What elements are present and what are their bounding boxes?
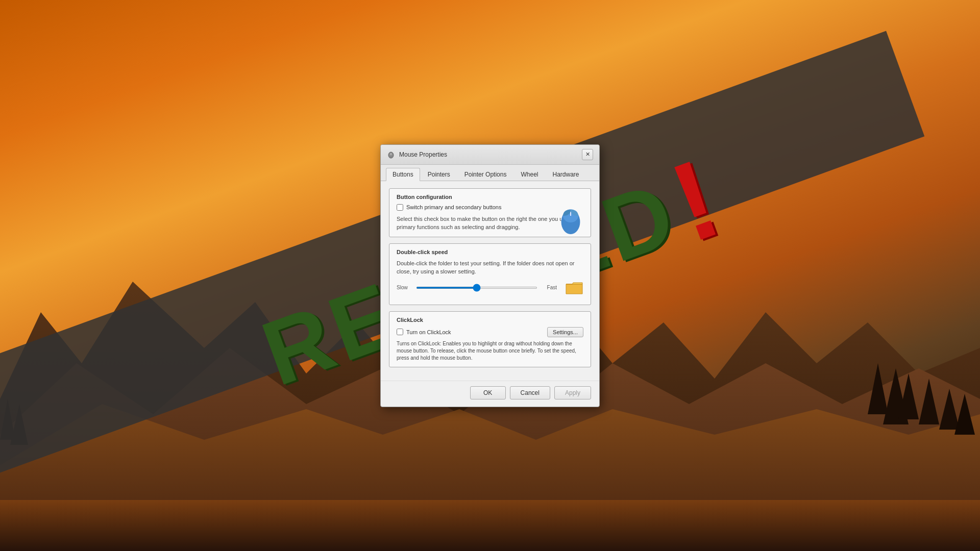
clicklock-checkbox[interactable] — [397, 329, 403, 335]
tab-pointers[interactable]: Pointers — [421, 168, 457, 181]
clicklock-description: Turns on ClickLock: Enables you to highl… — [397, 340, 583, 362]
button-config-section: Button configuration Switch primary and … — [389, 188, 591, 237]
folder-icon — [565, 280, 583, 295]
clicklock-section: ClickLock Turn on ClickLock Settings... … — [389, 311, 591, 367]
double-click-description: Double-click the folder to test your set… — [397, 259, 583, 276]
ok-button[interactable]: OK — [470, 386, 506, 399]
dialog-content: Button configuration Switch primary and … — [381, 181, 599, 381]
button-config-title: Button configuration — [397, 194, 583, 200]
close-button[interactable]: ✕ — [582, 149, 593, 160]
mouse-properties-dialog: Mouse Properties ✕ Buttons Pointers Poin… — [380, 144, 600, 407]
tab-wheel[interactable]: Wheel — [514, 168, 545, 181]
fast-label: Fast — [542, 285, 557, 290]
folder-icon-area — [565, 280, 583, 295]
switch-buttons-checkbox[interactable] — [397, 204, 403, 211]
tab-hardware[interactable]: Hardware — [546, 168, 585, 181]
clicklock-settings-button[interactable]: Settings... — [547, 327, 583, 337]
tab-bar: Buttons Pointers Pointer Options Wheel H… — [381, 165, 599, 181]
slow-label: Slow — [397, 285, 412, 290]
dialog-footer: OK Cancel Apply — [381, 381, 599, 407]
speed-slider[interactable] — [416, 287, 537, 289]
dialog-mouse-icon — [387, 151, 395, 159]
switch-buttons-label[interactable]: Switch primary and secondary buttons — [406, 204, 501, 210]
apply-button[interactable]: Apply — [554, 386, 591, 399]
switch-buttons-row: Switch primary and secondary buttons — [397, 204, 583, 211]
double-click-title: Double-click speed — [397, 249, 583, 255]
dialog-titlebar: Mouse Properties ✕ — [381, 145, 599, 165]
dialog-title: Mouse Properties — [399, 151, 447, 158]
tab-buttons[interactable]: Buttons — [386, 168, 420, 181]
tab-pointer-options[interactable]: Pointer Options — [458, 168, 513, 181]
double-click-section: Double-click speed Double-click the fold… — [389, 243, 591, 305]
clicklock-title: ClickLock — [397, 317, 583, 323]
title-left: Mouse Properties — [387, 151, 447, 159]
mouse-illustration — [558, 204, 583, 235]
cancel-button[interactable]: Cancel — [510, 386, 550, 399]
button-config-description: Select this check box to make the button… — [397, 215, 583, 232]
clicklock-row: Turn on ClickLock Settings... — [397, 327, 583, 337]
dialog-overlay: Mouse Properties ✕ Buttons Pointers Poin… — [0, 0, 980, 551]
clicklock-label[interactable]: Turn on ClickLock — [406, 329, 451, 335]
clicklock-left: Turn on ClickLock — [397, 329, 451, 335]
speed-slider-row: Slow Fast — [397, 280, 583, 295]
